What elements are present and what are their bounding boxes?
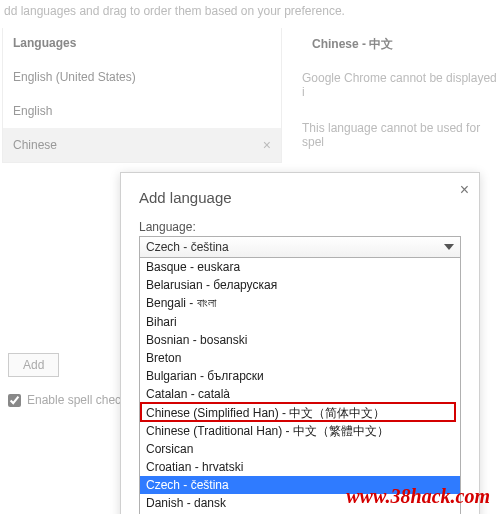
languages-header: Languages: [3, 28, 281, 60]
language-option[interactable]: Belarusian - беларуская: [140, 276, 460, 294]
lang-item-selected[interactable]: Chinese ×: [3, 128, 281, 162]
language-field-label: Language:: [139, 220, 461, 234]
add-button[interactable]: Add: [8, 353, 59, 377]
language-option[interactable]: Croatian - hrvatski: [140, 458, 460, 476]
language-option[interactable]: Bengali - বাংলা: [140, 294, 460, 312]
columns: Languages English (United States) Englis…: [0, 28, 500, 163]
selected-language-title: Chinese - 中文: [302, 28, 500, 63]
language-select[interactable]: Czech - čeština: [139, 236, 461, 258]
spell-msg: This language cannot be used for spel: [302, 113, 500, 163]
language-option[interactable]: Chinese (Traditional Han) - 中文（繁體中文）: [140, 422, 460, 440]
lang-item[interactable]: English: [3, 94, 281, 128]
languages-panel: Languages English (United States) Englis…: [2, 28, 282, 163]
language-option[interactable]: Catalan - català: [140, 385, 460, 403]
select-value: Czech - čeština: [146, 240, 229, 254]
language-option[interactable]: Chinese (Simplified Han) - 中文（简体中文）: [140, 404, 460, 422]
language-option[interactable]: Bihari: [140, 313, 460, 331]
display-msg: Google Chrome cannot be displayed i: [302, 63, 500, 113]
add-language-modal: × Add language Language: Czech - čeština…: [120, 172, 480, 514]
chevron-down-icon: [444, 244, 454, 250]
lang-item-label: Chinese: [13, 138, 57, 152]
language-details: Chinese - 中文 Google Chrome cannot be dis…: [282, 28, 500, 163]
lang-item[interactable]: English (United States): [3, 60, 281, 94]
language-option[interactable]: Corsican: [140, 440, 460, 458]
language-option[interactable]: Breton: [140, 349, 460, 367]
language-dropdown[interactable]: Basque - euskaraBelarusian - беларускаяB…: [139, 258, 461, 514]
language-option[interactable]: Bosnian - bosanski: [140, 331, 460, 349]
page-hint: dd languages and drag to order them base…: [0, 0, 500, 28]
language-option[interactable]: Basque - euskara: [140, 258, 460, 276]
remove-icon[interactable]: ×: [263, 138, 271, 152]
modal-title: Add language: [139, 189, 461, 206]
spell-checkbox[interactable]: [8, 394, 21, 407]
close-icon[interactable]: ×: [460, 181, 469, 199]
language-option[interactable]: Bulgarian - български: [140, 367, 460, 385]
watermark: www.38hack.com: [346, 485, 490, 508]
